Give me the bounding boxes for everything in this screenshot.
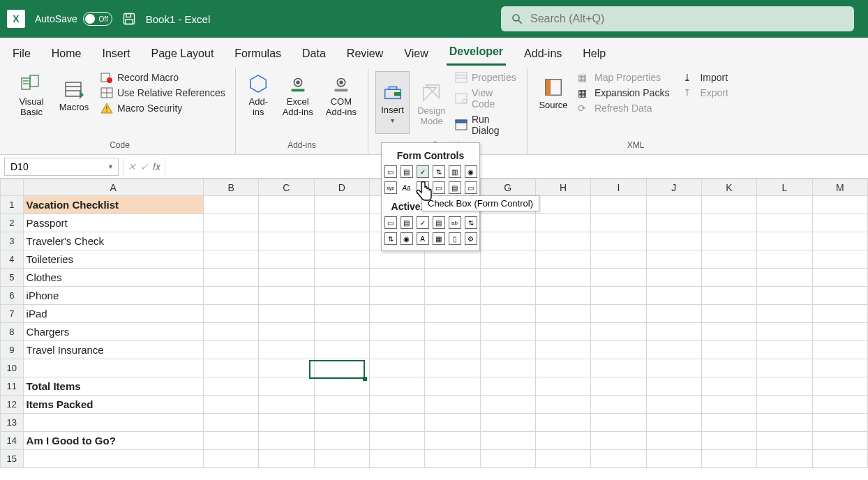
- cell-J12[interactable]: [646, 396, 701, 414]
- cell-I11[interactable]: [591, 377, 646, 396]
- cell-K13[interactable]: [701, 414, 756, 432]
- cell-E14[interactable]: [369, 432, 424, 450]
- com-addins-button[interactable]: COM Add-ins: [322, 71, 361, 119]
- row-7[interactable]: 7iPad: [1, 305, 868, 323]
- form-label-icon[interactable]: Aa: [401, 181, 413, 194]
- cell-E9[interactable]: [369, 341, 424, 359]
- ax-option-icon[interactable]: ◉: [401, 232, 413, 245]
- cell-L14[interactable]: [757, 432, 812, 450]
- cell-B14[interactable]: [203, 432, 258, 450]
- cell-I4[interactable]: [591, 250, 646, 269]
- cell-C3[interactable]: [259, 232, 314, 250]
- cell-E8[interactable]: [369, 323, 424, 341]
- cell-L12[interactable]: [757, 396, 812, 414]
- cell-K4[interactable]: [701, 250, 756, 269]
- ax-combo-icon[interactable]: ▤: [401, 216, 413, 229]
- cell-E13[interactable]: [369, 414, 424, 432]
- menu-addins[interactable]: Add-ins: [521, 42, 564, 66]
- search-input[interactable]: [530, 13, 844, 25]
- cell-L1[interactable]: [757, 196, 812, 214]
- formula-input[interactable]: [165, 158, 868, 176]
- cell-G15[interactable]: [480, 450, 535, 468]
- cell-A13[interactable]: [23, 414, 203, 432]
- col-C[interactable]: C: [259, 179, 314, 196]
- row-6[interactable]: 6iPhone: [1, 287, 868, 305]
- menu-data[interactable]: Data: [299, 42, 329, 66]
- form-combo-icon[interactable]: ▤: [401, 165, 413, 178]
- cell-H4[interactable]: [535, 250, 590, 269]
- macro-security-button[interactable]: ! Macro Security: [99, 102, 227, 114]
- record-macro-button[interactable]: Record Macro: [99, 71, 227, 84]
- cell-M13[interactable]: [812, 414, 867, 432]
- cell-L13[interactable]: [757, 414, 812, 432]
- cell-B11[interactable]: [203, 377, 258, 396]
- cell-J8[interactable]: [646, 323, 701, 341]
- cell-A8[interactable]: Chargers: [23, 323, 203, 341]
- save-icon[interactable]: [122, 12, 136, 26]
- cell-F14[interactable]: [425, 432, 480, 450]
- cell-G14[interactable]: [480, 432, 535, 450]
- row-13[interactable]: 13: [1, 414, 868, 432]
- view-code-button[interactable]: View Code: [454, 87, 520, 110]
- row-header-14[interactable]: 14: [1, 432, 24, 450]
- cell-E11[interactable]: [369, 377, 424, 396]
- cell-J2[interactable]: [646, 214, 701, 232]
- row-12[interactable]: 12Items Packed: [1, 396, 868, 414]
- cell-C12[interactable]: [259, 396, 314, 414]
- cell-B1[interactable]: [203, 196, 258, 214]
- ax-image-icon[interactable]: ▦: [433, 232, 445, 245]
- cell-G9[interactable]: [480, 341, 535, 359]
- row-header-6[interactable]: 6: [1, 287, 24, 305]
- cell-I9[interactable]: [591, 341, 646, 359]
- menu-insert[interactable]: Insert: [99, 42, 133, 66]
- cell-H1[interactable]: [535, 196, 590, 214]
- cell-H3[interactable]: [535, 232, 590, 250]
- cell-L3[interactable]: [757, 232, 812, 250]
- use-relative-refs-button[interactable]: Use Relative References: [99, 87, 227, 99]
- row-header-3[interactable]: 3: [1, 232, 24, 250]
- cell-B7[interactable]: [203, 305, 258, 323]
- cell-H6[interactable]: [535, 287, 590, 305]
- col-A[interactable]: A: [23, 179, 203, 196]
- cell-L4[interactable]: [757, 250, 812, 269]
- export-button[interactable]: ⤒Export: [682, 87, 729, 99]
- col-D[interactable]: D: [314, 179, 369, 196]
- row-11[interactable]: 11Total Items: [1, 377, 868, 396]
- cell-B13[interactable]: [203, 414, 258, 432]
- cell-J11[interactable]: [646, 377, 701, 396]
- cell-B6[interactable]: [203, 287, 258, 305]
- cell-G12[interactable]: [480, 396, 535, 414]
- cell-C10[interactable]: [259, 359, 314, 377]
- cell-M9[interactable]: [812, 341, 867, 359]
- expansion-packs-button[interactable]: ▦Expansion Packs: [576, 87, 671, 99]
- cell-M12[interactable]: [812, 396, 867, 414]
- col-L[interactable]: L: [757, 179, 812, 196]
- cell-G8[interactable]: [480, 323, 535, 341]
- cell-M14[interactable]: [812, 432, 867, 450]
- cell-A4[interactable]: Toileteries: [23, 250, 203, 269]
- cell-F13[interactable]: [425, 414, 480, 432]
- cell-J3[interactable]: [646, 232, 701, 250]
- cell-J6[interactable]: [646, 287, 701, 305]
- row-10[interactable]: 10: [1, 359, 868, 377]
- cell-D14[interactable]: [314, 432, 369, 450]
- cell-M4[interactable]: [812, 250, 867, 269]
- enter-icon[interactable]: ✓: [140, 161, 149, 172]
- cell-J7[interactable]: [646, 305, 701, 323]
- cell-M5[interactable]: [812, 269, 867, 287]
- cell-B5[interactable]: [203, 269, 258, 287]
- cell-M8[interactable]: [812, 323, 867, 341]
- cell-I8[interactable]: [591, 323, 646, 341]
- row-header-9[interactable]: 9: [1, 341, 24, 359]
- cell-F9[interactable]: [425, 341, 480, 359]
- cell-D7[interactable]: [314, 305, 369, 323]
- cell-C4[interactable]: [259, 250, 314, 269]
- cell-I7[interactable]: [591, 305, 646, 323]
- cell-G11[interactable]: [480, 377, 535, 396]
- cell-B3[interactable]: [203, 232, 258, 250]
- cell-M3[interactable]: [812, 232, 867, 250]
- cell-I5[interactable]: [591, 269, 646, 287]
- cell-F5[interactable]: [425, 269, 480, 287]
- row-header-11[interactable]: 11: [1, 377, 24, 396]
- menu-file[interactable]: File: [10, 42, 33, 66]
